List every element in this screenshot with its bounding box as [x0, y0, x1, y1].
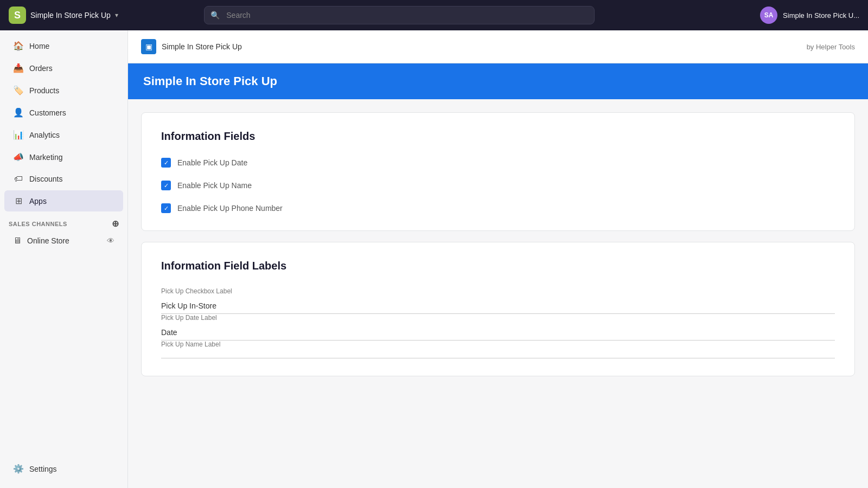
shopify-icon: S: [9, 7, 26, 24]
checkbox-row-name: ✓ Enable Pick Up Name: [161, 181, 835, 190]
sidebar-label-products: Products: [29, 86, 59, 95]
information-fields-card: Information Fields ✓ Enable Pick Up Date…: [141, 112, 855, 231]
checkbox-row-date: ✓ Enable Pick Up Date: [161, 158, 835, 168]
blue-banner: Simple In Store Pick Up: [128, 63, 868, 99]
checkbox-pickup-name[interactable]: ✓: [161, 181, 171, 190]
sidebar: 🏠 Home 📥 Orders 🏷️ Products 👤 Customers …: [0, 30, 128, 488]
sidebar-item-online-store[interactable]: 🖥 Online Store 👁: [4, 232, 123, 250]
blue-banner-title: Simple In Store Pick Up: [143, 74, 853, 88]
sidebar-label-discounts: Discounts: [29, 175, 62, 183]
app-header-title: Simple In Store Pick Up: [162, 42, 242, 51]
app-icon: ▣: [141, 39, 156, 54]
checkbox-row-phone: ✓ Enable Pick Up Phone Number: [161, 203, 835, 213]
sidebar-label-home: Home: [29, 42, 49, 50]
online-store-label: Online Store: [27, 236, 69, 245]
checkbox-pickup-date[interactable]: ✓: [161, 158, 171, 168]
checkbox-label-phone: Enable Pick Up Phone Number: [177, 204, 283, 213]
sidebar-item-analytics[interactable]: 📊 Analytics: [4, 124, 123, 145]
field-input-name[interactable]: [161, 351, 835, 358]
app-header-bar: ▣ Simple In Store Pick Up by Helper Tool…: [128, 30, 868, 63]
sidebar-label-marketing: Marketing: [29, 153, 62, 162]
avatar: SA: [760, 7, 777, 24]
add-sales-channel-button[interactable]: ⊕: [112, 219, 119, 229]
sidebar-label-orders: Orders: [29, 64, 53, 73]
user-menu[interactable]: SA Simple In Store Pick U...: [760, 7, 859, 24]
info-fields-title: Information Fields: [161, 130, 835, 143]
field-group-checkbox-label: Pick Up Checkbox Label Pick Up In-Store: [161, 287, 835, 314]
app-by-label: by Helper Tools: [807, 43, 855, 51]
sidebar-item-discounts[interactable]: 🏷 Discounts: [4, 169, 123, 189]
orders-icon: 📥: [13, 63, 24, 73]
sidebar-item-apps[interactable]: ⊞ Apps: [4, 190, 123, 211]
search-icon: 🔍: [210, 11, 220, 20]
sidebar-item-home[interactable]: 🏠 Home: [4, 35, 123, 56]
apps-icon: ⊞: [13, 196, 24, 206]
field-group-name-label: Pick Up Name Label: [161, 341, 835, 358]
customers-icon: 👤: [13, 107, 24, 118]
field-input-date[interactable]: Date: [161, 325, 835, 341]
field-labels-card: Information Field Labels Pick Up Checkbo…: [141, 242, 855, 376]
sidebar-item-customers[interactable]: 👤 Customers: [4, 102, 123, 123]
marketing-icon: 📣: [13, 152, 24, 162]
sales-channels-label: SALES CHANNELS: [9, 221, 67, 227]
sidebar-item-orders[interactable]: 📥 Orders: [4, 57, 123, 79]
content-area: Information Fields ✓ Enable Pick Up Date…: [128, 99, 868, 389]
field-label-name: Pick Up Name Label: [161, 341, 835, 348]
field-label-date: Pick Up Date Label: [161, 314, 835, 322]
top-nav: S Simple In Store Pick Up ▾ 🔍 SA Simple …: [0, 0, 868, 30]
search-input[interactable]: [204, 6, 595, 24]
products-icon: 🏷️: [13, 85, 24, 95]
sidebar-label-customers: Customers: [29, 108, 66, 117]
user-label: Simple In Store Pick U...: [783, 11, 859, 20]
brand-chevron-icon: ▾: [115, 11, 118, 19]
sidebar-item-settings[interactable]: ⚙️ Settings: [4, 458, 123, 479]
settings-icon: ⚙️: [13, 464, 24, 474]
sidebar-label-settings: Settings: [29, 465, 57, 473]
checkbox-label-name: Enable Pick Up Name: [177, 181, 252, 190]
eye-icon: 👁: [107, 236, 114, 245]
sidebar-label-apps: Apps: [29, 197, 47, 206]
checkbox-pickup-phone[interactable]: ✓: [161, 203, 171, 213]
search-bar: 🔍: [204, 6, 595, 24]
sidebar-label-analytics: Analytics: [29, 131, 60, 139]
brand-logo[interactable]: S Simple In Store Pick Up ▾: [9, 7, 118, 24]
field-group-date-label: Pick Up Date Label Date: [161, 314, 835, 341]
online-store-icon: 🖥: [13, 236, 22, 246]
home-icon: 🏠: [13, 41, 24, 51]
main-content: ▣ Simple In Store Pick Up by Helper Tool…: [128, 30, 868, 488]
field-labels-title: Information Field Labels: [161, 260, 835, 272]
analytics-icon: 📊: [13, 130, 24, 140]
sales-channels-section: SALES CHANNELS ⊕: [0, 212, 127, 231]
brand-name: Simple In Store Pick Up: [30, 11, 111, 20]
sidebar-item-marketing[interactable]: 📣 Marketing: [4, 146, 123, 168]
checkbox-label-date: Enable Pick Up Date: [177, 158, 247, 167]
field-label-checkbox: Pick Up Checkbox Label: [161, 287, 835, 295]
field-input-checkbox[interactable]: Pick Up In-Store: [161, 298, 835, 314]
sidebar-item-products[interactable]: 🏷️ Products: [4, 80, 123, 101]
discounts-icon: 🏷: [13, 174, 24, 184]
